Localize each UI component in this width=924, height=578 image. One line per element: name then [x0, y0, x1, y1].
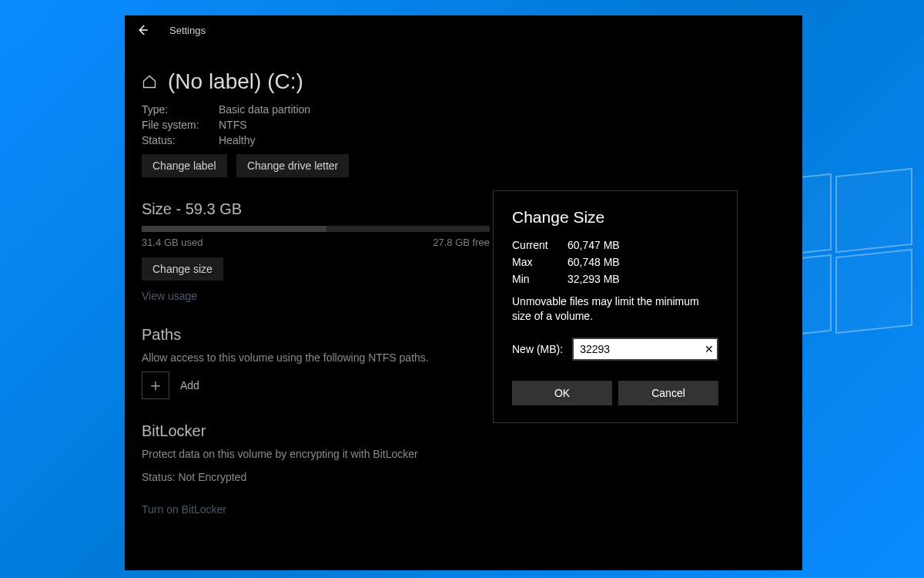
add-path-button[interactable]: ＋	[142, 371, 169, 399]
dialog-title: Change Size	[512, 208, 718, 227]
min-label: Min	[512, 273, 567, 285]
bitlocker-desc: Protect data on this volume by encryptin…	[142, 448, 785, 460]
filesystem-label: File system:	[142, 119, 219, 131]
type-value: Basic data partition	[219, 103, 310, 116]
plus-icon: ＋	[147, 374, 164, 397]
min-value: 32,293 MB	[567, 273, 620, 285]
dialog-note: Unmovable files may limit the minimum si…	[512, 294, 718, 324]
status-label: Status:	[142, 134, 219, 146]
size-free: 27.8 GB free	[433, 237, 490, 248]
page-title: (No label) (C:)	[168, 69, 303, 94]
size-bar	[142, 226, 490, 232]
home-icon[interactable]	[142, 74, 157, 89]
change-size-button[interactable]: Change size	[142, 257, 223, 281]
filesystem-value: NTFS	[219, 119, 247, 131]
bitlocker-heading: BitLocker	[142, 422, 785, 440]
ok-button[interactable]: OK	[512, 381, 612, 405]
current-label: Current	[512, 239, 567, 251]
back-arrow-icon[interactable]	[136, 23, 149, 37]
change-drive-letter-button[interactable]: Change drive letter	[236, 154, 349, 177]
current-value: 60,747 MB	[567, 239, 620, 251]
size-bar-fill	[142, 226, 326, 232]
type-label: Type:	[142, 103, 219, 116]
settings-label: Settings	[169, 25, 206, 36]
turn-on-bitlocker-link[interactable]: Turn on BitLocker	[142, 503, 226, 516]
bitlocker-status: Status: Not Encrypted	[142, 471, 785, 483]
clear-input-icon[interactable]: ✕	[705, 343, 714, 355]
max-value: 60,748 MB	[567, 256, 620, 268]
change-label-button[interactable]: Change label	[142, 154, 227, 177]
status-value: Healthy	[219, 134, 255, 146]
new-size-input[interactable]	[572, 338, 718, 361]
change-size-dialog: Change Size Current 60,747 MB Max 60,748…	[493, 190, 738, 423]
volume-info: Type: Basic data partition File system: …	[142, 103, 785, 146]
view-usage-link[interactable]: View usage	[142, 290, 197, 302]
new-size-label: New (MB):	[512, 343, 563, 355]
size-used: 31.4 GB used	[142, 237, 203, 248]
cancel-button[interactable]: Cancel	[618, 381, 718, 405]
add-label: Add	[180, 379, 199, 391]
max-label: Max	[512, 256, 567, 268]
app-header: Settings	[125, 15, 802, 42]
